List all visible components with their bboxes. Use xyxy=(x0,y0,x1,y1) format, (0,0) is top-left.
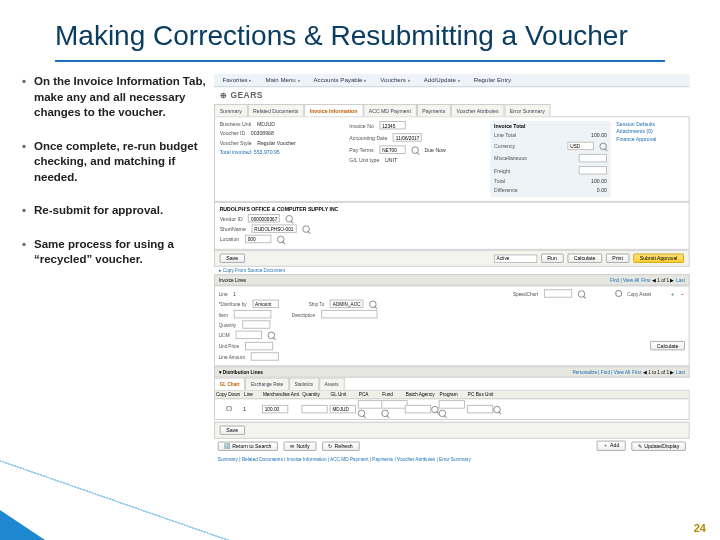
tot-value: 100.00 xyxy=(591,179,607,185)
dist-prog-input[interactable] xyxy=(439,400,465,408)
print-button[interactable]: Print xyxy=(606,254,630,263)
unitprice-input[interactable] xyxy=(245,342,273,350)
freight-input[interactable] xyxy=(579,166,607,174)
shortname-input[interactable]: RUDOLPHSO-001 xyxy=(251,225,296,233)
copy-asset-checkbox[interactable] xyxy=(615,290,622,297)
dist-first-link[interactable]: First xyxy=(632,369,641,375)
add-button[interactable]: ＋ Add xyxy=(597,441,626,451)
tab-acc-md[interactable]: ACC MD Payment xyxy=(363,104,417,116)
lookup-icon[interactable] xyxy=(578,290,586,298)
lookup-icon[interactable] xyxy=(381,410,389,418)
lookup-icon[interactable] xyxy=(599,142,607,150)
dist-pcbus-input[interactable] xyxy=(467,405,493,413)
crumb-ap[interactable]: Accounts Payable xyxy=(309,76,372,84)
dist-tab-assets[interactable]: Assets xyxy=(319,378,344,390)
lookup-icon[interactable] xyxy=(277,235,285,243)
bu-value: MDJUD xyxy=(257,121,275,127)
dist-qty-input[interactable] xyxy=(301,405,327,413)
copydown-checkbox[interactable] xyxy=(226,406,232,412)
tab-invoice-info[interactable]: Invoice Information xyxy=(304,104,363,116)
calculate-button[interactable]: Calculate xyxy=(567,254,602,263)
dist-batch-input[interactable] xyxy=(405,405,431,413)
crumb-main[interactable]: Main Menu xyxy=(261,76,305,84)
bullet-list: On the Invoice Information Tab, make any… xyxy=(22,74,210,489)
tab-summary[interactable]: Summary xyxy=(214,104,247,116)
last-link[interactable]: Last xyxy=(676,277,685,283)
invoice-lines-header: Invoice Lines Find | View All First ◀ 1 … xyxy=(214,274,690,285)
speedchart-input[interactable] xyxy=(544,289,572,297)
invoice-no-input[interactable]: 12345 xyxy=(379,121,405,129)
crumb-regular[interactable]: Regular Entry xyxy=(469,76,516,84)
dist-tab-exchange[interactable]: Exchange Rate xyxy=(245,378,288,390)
description-input[interactable] xyxy=(321,310,377,318)
footer-bar: Save xyxy=(214,422,690,439)
tab-attrs[interactable]: Voucher Attributes xyxy=(451,104,504,116)
invoice-total-heading: Invoice Total xyxy=(494,123,525,129)
total-invoiced-link[interactable]: Total invoiced: 553,970.95 xyxy=(220,149,280,155)
page-tabs: Summary Related Documents Invoice Inform… xyxy=(214,104,690,116)
run-button[interactable]: Run xyxy=(541,254,564,263)
bullet-1: On the Invoice Information Tab, make any… xyxy=(22,74,210,121)
footer-save-button[interactable]: Save xyxy=(220,426,245,435)
find-viewall-link[interactable]: Find | View All xyxy=(610,277,639,283)
tab-error[interactable]: Error Summary xyxy=(504,104,550,116)
lookup-icon[interactable] xyxy=(431,406,439,414)
tab-payments[interactable]: Payments xyxy=(417,104,451,116)
lookup-icon[interactable] xyxy=(493,406,501,414)
col-glunit: GL Unit xyxy=(330,391,358,399)
col-pcbus: PC Bus Unit xyxy=(467,391,689,399)
currency-input[interactable]: USD xyxy=(567,142,593,150)
submit-approval-button[interactable]: Submit Approval xyxy=(633,254,684,263)
vid-label: Voucher ID xyxy=(220,131,246,137)
uom-input[interactable] xyxy=(235,331,261,339)
dist-pca-input[interactable] xyxy=(358,400,384,408)
vendorid-input[interactable]: 0000000367 xyxy=(248,214,280,222)
notify-button[interactable]: ✉ Notify xyxy=(284,441,317,450)
lookup-icon[interactable] xyxy=(369,300,377,308)
distribute-by-select[interactable]: Amount xyxy=(252,300,278,308)
accounting-date-input[interactable]: 11/06/2017 xyxy=(393,133,422,141)
tab-related[interactable]: Related Documents xyxy=(247,104,304,116)
lookup-icon[interactable] xyxy=(267,331,275,339)
location-input[interactable]: 000 xyxy=(245,235,271,243)
refresh-button[interactable]: ↻ Refresh xyxy=(322,441,359,450)
session-defaults-link[interactable]: Session Defaults xyxy=(616,121,684,127)
personalize-link[interactable]: Personalize | Find | View All xyxy=(572,369,630,375)
first-link[interactable]: First xyxy=(641,277,650,283)
dist-fund-input[interactable] xyxy=(381,400,407,408)
dist-lines-header: ▾ Distribution Lines Personalize | Find … xyxy=(214,367,690,378)
dist-tab-stats[interactable]: Statistics xyxy=(289,378,319,390)
footer-tabs-links[interactable]: Summary | Related Documents | Invoice In… xyxy=(214,455,690,464)
quantity-input[interactable] xyxy=(242,320,270,328)
lookup-icon[interactable] xyxy=(411,146,419,154)
payterms-input[interactable]: NET00 xyxy=(379,146,405,154)
lookup-icon[interactable] xyxy=(302,225,310,233)
misc-input[interactable] xyxy=(579,154,607,162)
add-line-icon[interactable]: ＋ xyxy=(670,291,675,297)
calculate-line-button[interactable]: Calculate xyxy=(650,341,685,350)
dist-tab-glchart[interactable]: GL Chart xyxy=(214,378,245,390)
inv-label: Invoice No xyxy=(349,123,373,129)
attachments-link[interactable]: Attachments (0) xyxy=(616,129,684,135)
dist-line-value: 1 xyxy=(243,406,262,412)
lookup-icon[interactable] xyxy=(439,410,447,418)
shipto-input[interactable]: ADMIN_AOC xyxy=(330,300,364,308)
copy-source-link[interactable]: ▸ Copy From Source Document xyxy=(219,268,285,274)
lookup-icon[interactable] xyxy=(358,410,366,418)
dist-gl-input[interactable]: MDJUD xyxy=(330,405,356,413)
item-input[interactable] xyxy=(233,310,271,318)
dist-amt-input[interactable]: 100.00 xyxy=(262,405,288,413)
finance-approval-link[interactable]: Finance Approval xyxy=(616,136,684,142)
crumb-favorites[interactable]: Favorites xyxy=(218,76,257,84)
crumb-addupdate[interactable]: Add/Update xyxy=(419,76,465,84)
remove-line-icon[interactable]: － xyxy=(680,291,685,297)
lineamount-input[interactable] xyxy=(250,352,278,360)
update-display-button[interactable]: ✎ Update/Display xyxy=(632,441,686,450)
status-select[interactable]: Active xyxy=(494,254,537,262)
lookup-icon[interactable] xyxy=(286,215,294,223)
dist-last-link[interactable]: Last xyxy=(676,369,685,375)
crumb-vouchers[interactable]: Vouchers xyxy=(376,76,416,84)
save-button[interactable]: Save xyxy=(220,254,245,263)
return-search-button[interactable]: 🔙 Return to Search xyxy=(218,441,278,450)
gt-value: UNIT xyxy=(385,158,397,164)
